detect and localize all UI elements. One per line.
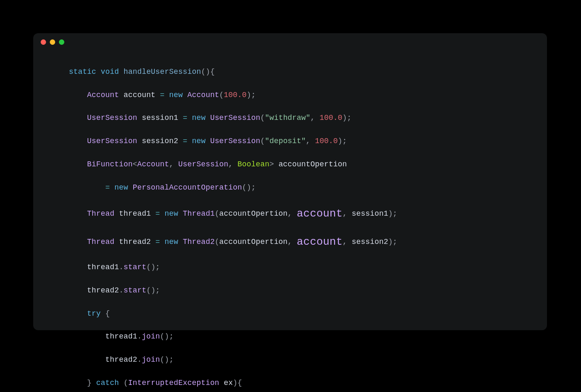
code-editor[interactable]: static void handleUserSession(){ Account… [33, 51, 547, 392]
method-name: handleUserSession [124, 68, 201, 76]
code-line: Account account = new Account(100.0); [51, 90, 530, 101]
window-close-icon[interactable] [41, 39, 46, 45]
code-line: Thread thread2 = new Thread2(accountOper… [51, 234, 530, 250]
code-window: static void handleUserSession(){ Account… [33, 33, 547, 330]
code-line: try { [51, 308, 530, 320]
window-titlebar [33, 33, 547, 51]
window-zoom-icon[interactable] [59, 39, 64, 45]
code-line: thread2.join(); [51, 354, 530, 366]
code-line: thread2.start(); [51, 285, 530, 297]
code-line: } catch (InterruptedException ex){ [51, 377, 530, 389]
emphasized-account: account [297, 236, 342, 248]
code-line: = new PersonalAccountOperation(); [51, 182, 530, 194]
code-line: thread1.join(); [51, 331, 530, 343]
emphasized-account: account [297, 207, 342, 220]
code-line: Thread thread1 = new Thread1(accountOper… [51, 205, 530, 222]
code-line: thread1.start(); [51, 262, 530, 273]
code-line: UserSession session2 = new UserSession("… [51, 136, 530, 147]
window-minimize-icon[interactable] [50, 39, 55, 45]
code-line: UserSession session1 = new UserSession("… [51, 112, 530, 124]
keyword-void: void [101, 68, 119, 76]
keyword-static: static [69, 68, 96, 76]
code-line: static void handleUserSession(){ [51, 66, 530, 78]
code-line: BiFunction<Account, UserSession, Boolean… [51, 159, 530, 170]
